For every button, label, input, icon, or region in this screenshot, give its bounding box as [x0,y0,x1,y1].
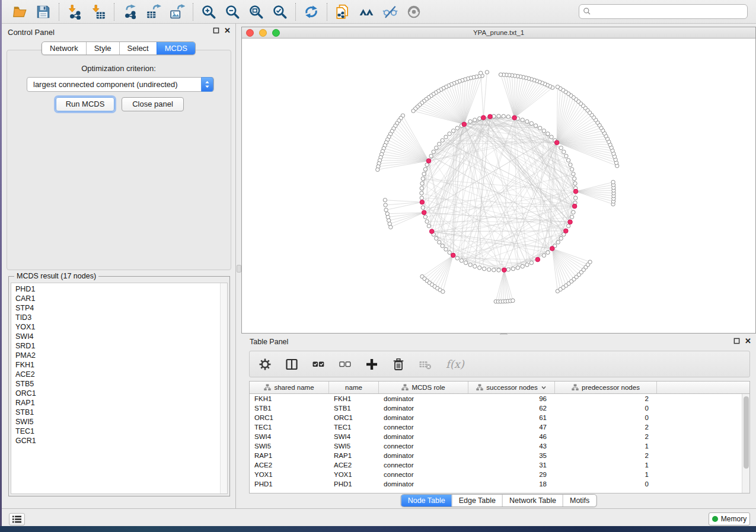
float-panel-icon[interactable] [213,27,219,34]
cell-MCDS-role[interactable]: connector [379,470,468,479]
mcds-result-item[interactable]: STP4 [11,303,219,313]
tab-select[interactable]: Select [119,42,157,55]
export-image-icon[interactable] [170,4,185,20]
cell-shared-name[interactable]: SWI5 [250,441,329,451]
cell-name[interactable]: YOX1 [329,470,379,479]
hide-glasses-icon[interactable] [382,4,398,20]
mcds-result-item[interactable]: FKH1 [11,360,219,370]
cell-shared-name[interactable]: PHD1 [250,479,329,489]
mcds-result-item[interactable]: ACE2 [11,370,219,379]
cell-successor-nodes[interactable]: 47 [468,422,555,432]
delete-row-icon[interactable] [391,358,406,371]
cell-name[interactable]: STB1 [329,403,379,413]
table-row[interactable]: SWI4SWI4dominator462 [250,432,742,441]
cell-predecessor-nodes[interactable]: 1 [555,460,657,470]
select-all-icon[interactable] [311,358,326,371]
table-row[interactable]: ACE2ACE2connector311 [250,460,742,470]
cell-successor-nodes[interactable]: 43 [468,441,555,451]
export-table-icon[interactable] [146,4,161,20]
table-row[interactable]: TEC1TEC1connector472 [250,422,742,432]
table-scrollbar[interactable] [742,394,749,493]
table-row[interactable]: FKH1FKH1dominator962 [250,394,742,403]
open-folder-icon[interactable] [12,4,27,20]
table-row[interactable]: SWI5SWI5connector431 [250,441,742,451]
cell-shared-name[interactable]: RAP1 [250,451,329,460]
tab-style[interactable]: Style [86,42,119,55]
cell-predecessor-nodes[interactable]: 0 [555,479,657,489]
mcds-result-item[interactable]: TID3 [11,313,219,322]
mcds-result-item[interactable]: STB5 [11,379,219,389]
cell-MCDS-role[interactable]: dominator [379,479,468,489]
mcds-result-item[interactable]: PHD1 [11,284,219,294]
cell-predecessor-nodes[interactable]: 2 [555,394,657,403]
mcds-result-item[interactable]: STB1 [11,408,219,417]
close-panel-button[interactable]: Close panel [122,97,184,111]
table-row[interactable]: ORC1ORC1dominator610 [250,413,742,422]
cell-successor-nodes[interactable]: 35 [468,451,555,460]
tab-network-table[interactable]: Network Table [502,495,563,507]
cell-MCDS-role[interactable]: dominator [379,413,468,422]
mcds-result-item[interactable]: SWI4 [11,332,219,341]
network-window-titlebar[interactable]: YPA_prune.txt_1 [242,27,755,39]
cell-shared-name[interactable]: FKH1 [250,394,329,403]
cell-MCDS-role[interactable]: dominator [379,394,468,403]
search-input[interactable] [579,4,748,19]
cell-shared-name[interactable]: TEC1 [250,422,329,432]
cell-name[interactable]: SWI4 [329,432,379,441]
tab-edge-table[interactable]: Edge Table [452,495,502,507]
zoom-selected-icon[interactable] [272,4,288,20]
mcds-result-item[interactable]: SWI5 [11,417,219,427]
memory-button[interactable]: Memory [709,512,750,525]
cell-name[interactable]: TEC1 [329,422,379,432]
tab-mcds[interactable]: MCDS [157,42,195,55]
cell-predecessor-nodes[interactable]: 0 [555,413,657,422]
cell-successor-nodes[interactable]: 96 [468,394,555,403]
cell-name[interactable]: SWI5 [329,441,379,451]
mcds-result-item[interactable]: YOX1 [11,322,219,332]
mcds-result-item[interactable]: ORC1 [11,389,219,398]
zoom-in-icon[interactable] [201,4,216,20]
cell-MCDS-role[interactable]: connector [379,422,468,432]
zoom-fit-icon[interactable] [248,4,264,20]
save-icon[interactable] [36,4,51,20]
sort-chevron-icon[interactable] [541,384,547,390]
column-header-name[interactable]: name [329,382,379,393]
cell-predecessor-nodes[interactable]: 0 [555,403,657,413]
network-graph[interactable] [242,39,755,333]
cell-MCDS-role[interactable]: dominator [379,451,468,460]
mcds-result-item[interactable]: RAP1 [11,398,219,408]
vertical-splitter-grip[interactable] [237,265,241,273]
import-network-icon[interactable] [67,4,82,20]
tab-network[interactable]: Network [42,42,86,55]
cell-MCDS-role[interactable]: connector [379,441,468,451]
table-row[interactable]: STB1STB1dominator620 [250,403,742,413]
cell-shared-name[interactable]: YOX1 [250,470,329,479]
cell-successor-nodes[interactable]: 18 [468,479,555,489]
cell-MCDS-role[interactable]: dominator [379,432,468,441]
column-header-shared-name[interactable]: shared name [250,382,329,393]
column-header-predecessor-nodes[interactable]: predecessor nodes [555,382,657,393]
cell-successor-nodes[interactable]: 62 [468,403,555,413]
cell-name[interactable]: FKH1 [329,394,379,403]
table-row[interactable]: YOX1YOX1connector291 [250,470,742,479]
table-scrollbar-thumb[interactable] [744,396,749,469]
column-header-MCDS-role[interactable]: MCDS role [379,382,468,393]
cell-name[interactable]: ORC1 [329,413,379,422]
cell-shared-name[interactable]: STB1 [250,403,329,413]
column-header-successor-nodes[interactable]: successor nodes [468,382,555,393]
columns-icon[interactable] [285,358,299,371]
refresh-icon[interactable] [304,4,319,20]
run-mcds-button[interactable]: Run MCDS [56,97,114,111]
mcds-result-item[interactable]: CAR1 [11,294,219,303]
share-document-icon[interactable] [335,4,350,20]
close-panel-icon[interactable]: ✕ [224,27,231,34]
float-table-panel-icon[interactable] [733,338,740,344]
mcds-result-item[interactable]: SRD1 [11,341,219,351]
deselect-all-icon[interactable] [338,358,352,371]
cell-shared-name[interactable]: SWI4 [250,432,329,441]
show-eye-icon[interactable] [406,4,422,20]
import-table-icon[interactable] [91,4,106,20]
cell-predecessor-nodes[interactable]: 1 [555,441,657,451]
search-network-icon[interactable] [359,4,374,20]
cell-MCDS-role[interactable]: connector [379,460,468,470]
